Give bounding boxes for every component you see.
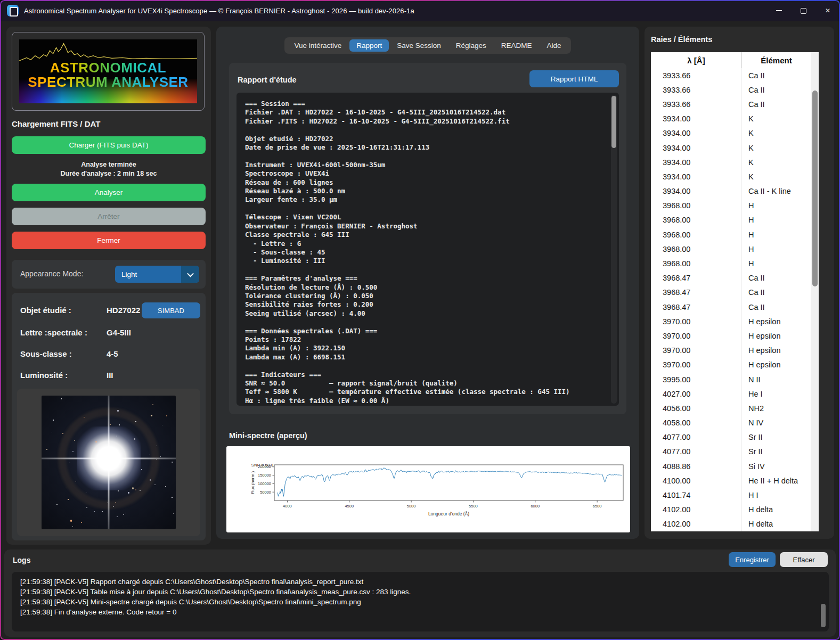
report-scrollbar[interactable] — [611, 95, 617, 404]
appearance-panel: Appearance Mode: Light — [12, 260, 206, 289]
background-star — [166, 415, 167, 416]
element-value: H epsilon — [741, 314, 811, 329]
lambda-value: 3968.00 — [651, 231, 741, 239]
lambda-value: 3970.00 — [651, 332, 741, 340]
background-star — [53, 420, 54, 421]
lines-panel: Raies / Éléments λ [Å] Élément 3933.66Ca… — [645, 27, 834, 539]
report-scrollbar-thumb[interactable] — [611, 96, 616, 148]
close-button[interactable]: ✕ — [815, 0, 840, 21]
table-row[interactable]: 3968.47Ca II — [651, 285, 811, 300]
table-row[interactable]: 3934.00Ca II - K line — [651, 184, 811, 199]
lines-table: λ [Å] Élément 3933.66Ca II3933.66Ca II39… — [651, 52, 811, 531]
background-star — [74, 440, 75, 441]
chevron-down-icon — [181, 266, 199, 283]
table-row[interactable]: 3933.66Ca II — [651, 68, 811, 83]
lines-table-scrollbar-thumb[interactable] — [812, 91, 818, 286]
table-row[interactable]: 4056.00NH2 — [651, 401, 811, 415]
logs-save-button[interactable]: Enregistrer — [729, 552, 776, 567]
lambda-value: 4100.00 — [651, 477, 741, 485]
table-row[interactable]: 3968.00H — [651, 242, 811, 256]
table-row[interactable]: 3933.66Ca II — [651, 97, 811, 111]
tab-aide[interactable]: Aide — [540, 39, 568, 52]
table-row[interactable]: 3995.00N II — [651, 372, 811, 387]
svg-text:6000: 6000 — [531, 504, 540, 508]
maximize-button[interactable] — [791, 0, 815, 21]
background-star — [165, 486, 166, 487]
table-row[interactable]: 3934.00K — [651, 112, 811, 126]
element-value: H — [741, 213, 811, 227]
minimize-button[interactable] — [766, 0, 791, 21]
logs-clear-button[interactable]: Effacer — [780, 552, 828, 567]
window-title: Astronomical Spectrum Analyser for UVEX4… — [24, 7, 414, 15]
tab-vue-interactive[interactable]: Vue intéractive — [287, 39, 348, 52]
appearance-label: Appearance Mode: — [20, 269, 83, 278]
table-row[interactable]: 4027.00He I — [651, 387, 811, 401]
table-row[interactable]: 3968.00H — [651, 227, 811, 242]
analyse-button[interactable]: Analyser — [12, 184, 206, 201]
subclass-value: 4-5 — [107, 349, 118, 358]
element-value: Ca II — [741, 68, 811, 83]
table-row[interactable]: 4102.00H delta — [651, 517, 811, 531]
table-row[interactable]: 4101.74H I — [651, 488, 811, 502]
report-textarea[interactable]: === Session === Fichier .DAT : HD27022 -… — [236, 93, 619, 406]
lambda-value: 3934.00 — [651, 144, 741, 152]
lambda-value: 4101.74 — [651, 491, 741, 499]
lambda-value: 4102.00 — [651, 505, 741, 514]
table-row[interactable]: 3933.66Ca II — [651, 83, 811, 97]
table-row[interactable]: 3934.00K — [651, 155, 811, 169]
lines-table-header: λ [Å] Élément — [651, 52, 811, 68]
lambda-value: 3968.47 — [651, 288, 741, 297]
background-star — [72, 451, 74, 452]
table-row[interactable]: 4100.00He II + H delta — [651, 473, 811, 488]
element-value: H — [741, 256, 811, 270]
element-value: H epsilon — [741, 358, 811, 372]
maximize-icon — [801, 8, 806, 14]
tab-reglages[interactable]: Réglages — [449, 39, 493, 52]
close-app-button[interactable]: Fermer — [12, 232, 206, 249]
table-row[interactable]: 3968.00H — [651, 256, 811, 270]
background-star — [62, 433, 63, 434]
logs-scrollbar-thumb[interactable] — [821, 604, 826, 627]
table-row[interactable]: 3968.47Ca II — [651, 271, 811, 285]
table-row[interactable]: 3934.00K — [651, 169, 811, 184]
table-row[interactable]: 3968.00H — [651, 199, 811, 213]
stop-button[interactable]: Arrêter — [12, 208, 206, 225]
simbad-button[interactable]: SIMBAD — [142, 302, 200, 318]
status-line1: Analyse terminée — [6, 161, 211, 168]
table-row[interactable]: 3968.47Ca II — [651, 300, 811, 314]
report-html-button[interactable]: Rapport HTML — [529, 70, 619, 87]
svg-text:4000: 4000 — [283, 504, 292, 508]
tab-readme[interactable]: README — [494, 39, 539, 52]
lambda-value: 3968.00 — [651, 216, 741, 224]
tab-save-session[interactable]: Save Session — [390, 39, 448, 52]
element-value: H — [741, 227, 811, 242]
table-row[interactable]: 3970.00H epsilon — [651, 358, 811, 372]
logs-title: Logs — [13, 556, 30, 564]
table-row[interactable]: 4088.86Si IV — [651, 459, 811, 473]
table-row[interactable]: 3934.00K — [651, 126, 811, 141]
lines-table-scrollbar[interactable] — [811, 52, 819, 531]
element-value: N IV — [741, 416, 811, 430]
load-fits-button[interactable]: Charger (FITS puis DAT) — [12, 136, 206, 154]
tab-rapport[interactable]: Rapport — [349, 39, 389, 52]
appearance-dropdown[interactable]: Light — [115, 266, 199, 283]
background-star — [46, 449, 47, 450]
table-row[interactable]: 3968.00H — [651, 213, 811, 227]
table-row[interactable]: 4077.00Sr II — [651, 445, 811, 459]
table-row[interactable]: 4102.00H delta — [651, 503, 811, 517]
report-content: === Session === Fichier .DAT : HD27022 -… — [236, 93, 619, 406]
left-sidebar: ASTRONOMICAL SPECTRUM ANALYSER Chargemen… — [6, 27, 211, 545]
background-star — [52, 432, 53, 433]
table-row[interactable]: 3970.00H epsilon — [651, 314, 811, 329]
table-row[interactable]: 3934.00K — [651, 141, 811, 155]
table-row[interactable]: 3970.00H epsilon — [651, 329, 811, 343]
center-panel: Vue intéractiveRapportSave SessionRéglag… — [216, 27, 639, 539]
logs-textarea[interactable]: [21:59:38] [PACK-V5] Rapport chargé depu… — [12, 572, 829, 631]
element-value: H epsilon — [741, 329, 811, 343]
lambda-column-header: λ [Å] — [651, 56, 741, 65]
lambda-value: 3933.66 — [651, 86, 741, 94]
table-row[interactable]: 4058.00N IV — [651, 416, 811, 430]
table-row[interactable]: 3970.00H epsilon — [651, 343, 811, 358]
table-row[interactable]: 4077.00Sr II — [651, 430, 811, 445]
spectral-letter-label: Lettre :spectrale : — [20, 328, 87, 337]
